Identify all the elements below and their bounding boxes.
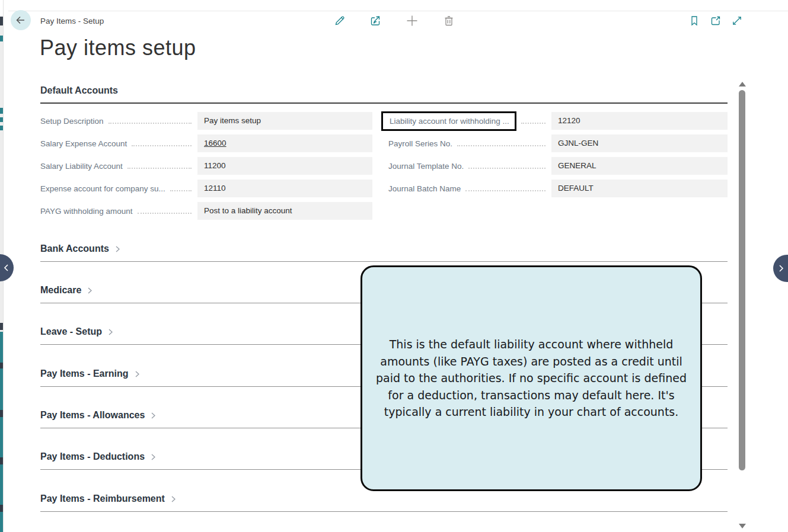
page-title: Pay items setup — [40, 36, 196, 60]
dotted-leader — [465, 190, 545, 191]
salary-liability-account-input[interactable]: 11200 — [197, 157, 372, 175]
field-salary-liability-account: Salary Liability Account 11200 — [40, 157, 372, 175]
vertical-scrollbar[interactable] — [737, 79, 747, 531]
delete-trash-icon — [443, 15, 455, 27]
field-label: Payroll Series No. — [388, 139, 452, 148]
section-title: Default Accounts — [40, 85, 118, 95]
section-label: Pay Items - Deductions — [40, 451, 145, 462]
dotted-leader — [468, 167, 545, 169]
scrollbar-thumb[interactable] — [739, 90, 745, 470]
back-arrow-icon — [15, 14, 27, 26]
chevron-right-icon — [776, 264, 786, 273]
section-pay-items-reimbursement[interactable]: Pay Items - Reimbursement — [40, 493, 728, 512]
share-button[interactable] — [369, 14, 382, 27]
field-salary-expense-account: Salary Expense Account 16600 — [40, 134, 372, 152]
dotted-leader — [521, 122, 545, 124]
back-button[interactable] — [11, 10, 31, 30]
dotted-leader — [170, 190, 192, 191]
field-journal-batch-name: Journal Batch Name DEFAULT — [388, 180, 728, 197]
dotted-leader — [457, 145, 545, 146]
scroll-down-icon[interactable] — [739, 524, 746, 528]
chevron-right-icon — [169, 495, 177, 504]
field-liability-account-withholding: Liability account for withholding ... 12… — [388, 112, 728, 130]
tooltip-callout: This is the default liability account wh… — [360, 265, 702, 491]
breadcrumb[interactable]: Pay Items - Setup — [40, 17, 104, 25]
expand-button[interactable] — [730, 14, 744, 27]
chevron-right-icon — [113, 245, 122, 254]
chevron-right-icon — [149, 453, 157, 462]
section-label: Pay Items - Allowances — [40, 410, 145, 421]
field-label: Expense account for company su... — [40, 184, 165, 193]
new-button[interactable] — [406, 14, 419, 27]
expand-icon — [732, 15, 742, 26]
field-label: Salary Liability Account — [40, 162, 123, 171]
payroll-series-no-input[interactable]: GJNL-GEN — [551, 134, 728, 152]
next-record-button[interactable] — [773, 255, 788, 282]
new-plus-icon — [406, 14, 419, 27]
open-in-window-button[interactable] — [709, 14, 722, 27]
field-expense-account-company-super: Expense account for company su... 12110 — [40, 180, 372, 197]
dotted-leader — [138, 212, 192, 214]
section-label: Pay Items - Reimbursement — [40, 493, 165, 504]
chevron-right-icon — [149, 411, 157, 420]
tooltip-text: This is the default liability account wh… — [369, 336, 693, 421]
setup-description-input[interactable]: Pay items setup — [197, 112, 372, 130]
section-bank-accounts[interactable]: Bank Accounts — [40, 243, 728, 262]
field-label: PAYG withholding amount — [40, 207, 133, 216]
dotted-leader — [132, 145, 192, 146]
liability-account-withholding-input[interactable]: 12120 — [551, 112, 728, 130]
field-label: Liability account for withholding ... — [390, 117, 509, 126]
expense-account-company-super-input[interactable]: 12110 — [197, 180, 372, 197]
field-journal-template-no: Journal Template No. GENERAL — [388, 157, 728, 175]
share-icon — [369, 15, 381, 27]
form-column-right: Liability account for withholding ... 12… — [388, 112, 728, 202]
journal-batch-name-input[interactable]: DEFAULT — [551, 180, 728, 197]
journal-template-no-input[interactable]: GENERAL — [551, 157, 728, 175]
field-label: Salary Expense Account — [40, 139, 127, 148]
pay-items-setup-page: Pay Items - Setup Pay items setup — [0, 0, 788, 532]
dotted-leader — [109, 122, 192, 124]
section-label: Pay Items - Earning — [40, 368, 129, 379]
scroll-up-icon[interactable] — [739, 82, 746, 86]
field-label: Journal Batch Name — [388, 184, 461, 193]
payg-withholding-amount-select[interactable]: Post to a liability account — [197, 202, 372, 220]
bookmark-icon — [689, 15, 700, 26]
dotted-leader — [127, 167, 192, 169]
salary-expense-account-input[interactable]: 16600 — [197, 134, 372, 152]
form-column-left: Setup Description Pay items setup Salary… — [40, 112, 372, 225]
edit-pencil-icon — [334, 15, 346, 27]
top-hairline — [8, 11, 788, 11]
previous-record-button[interactable] — [0, 254, 14, 281]
section-label: Medicare — [40, 285, 81, 296]
open-in-window-icon — [710, 15, 721, 26]
account-link[interactable]: 16600 — [204, 139, 226, 148]
field-payg-withholding-amount: PAYG withholding amount Post to a liabil… — [40, 202, 372, 220]
field-label: Setup Description — [40, 117, 104, 126]
field-setup-description: Setup Description Pay items setup — [40, 112, 372, 130]
section-label: Bank Accounts — [40, 243, 109, 254]
chevron-left-icon — [2, 263, 11, 273]
field-label: Journal Template No. — [388, 162, 464, 171]
section-default-accounts[interactable]: Default Accounts — [40, 85, 728, 104]
highlighted-field-label[interactable]: Liability account for withholding ... — [381, 111, 516, 131]
delete-button[interactable] — [442, 14, 455, 27]
chevron-right-icon — [133, 370, 141, 379]
edit-button[interactable] — [333, 14, 346, 27]
field-payroll-series-no: Payroll Series No. GJNL-GEN — [388, 134, 728, 152]
section-label: Leave - Setup — [40, 326, 102, 337]
chevron-right-icon — [85, 286, 94, 295]
chevron-right-icon — [106, 328, 114, 336]
bookmark-button[interactable] — [688, 14, 701, 27]
